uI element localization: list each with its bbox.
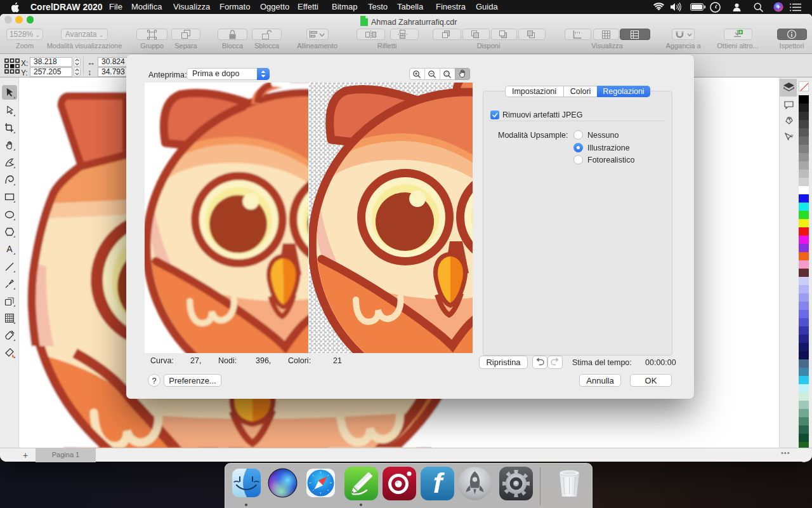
svg-text:A: A [6,244,13,254]
svg-text:?: ? [790,133,794,139]
